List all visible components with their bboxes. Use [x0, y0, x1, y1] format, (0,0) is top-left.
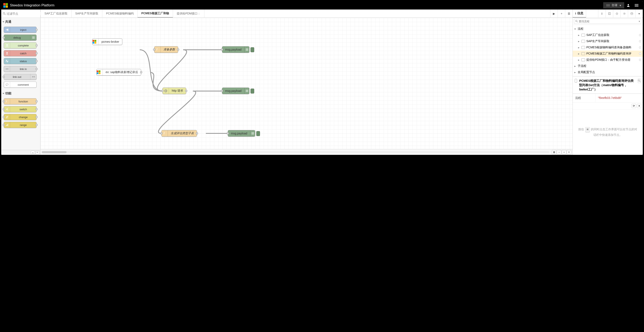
tree-flow-item[interactable]: ▸SAP生产车间获取	[573, 38, 643, 44]
deploy-button[interactable]: 部署 ▾	[603, 2, 624, 8]
node-debug-2[interactable]: msg.payload	[222, 87, 250, 94]
palette-node-label: function	[10, 100, 36, 103]
palette-collapse-button[interactable]: ︽	[31, 151, 35, 154]
tree-flow-item[interactable]: ▸PCMES根据工厂和物料编码查询评	[573, 50, 643, 57]
tab-add-button[interactable]: ＋	[558, 9, 565, 17]
palette-node-link-out[interactable]: link out	[4, 74, 36, 80]
palette-node-range[interactable]: range	[4, 122, 36, 128]
sidebar-tab-context[interactable]	[628, 9, 635, 17]
info-refresh-button[interactable]: ⟳	[632, 104, 636, 108]
output-port[interactable]	[140, 71, 142, 73]
input-port[interactable]	[3, 108, 5, 110]
palette-node-comment[interactable]: comment	[4, 81, 36, 88]
zoom-reset-button[interactable]: ○	[562, 150, 566, 154]
flow-tab[interactable]: SAP工厂信息获取	[40, 9, 72, 17]
output-port[interactable]	[36, 108, 38, 110]
tree-group-flows[interactable]: ▾流程	[573, 26, 643, 32]
palette-expand-button[interactable]: ︾	[35, 151, 40, 154]
flow-tab[interactable]: PCMES根据工厂和物	[138, 9, 173, 17]
input-port[interactable]	[153, 48, 155, 50]
sidebar-tab-docs[interactable]	[606, 9, 613, 17]
tree-flow-item[interactable]: ▸提供给PDM接口：由于配方变动需	[573, 57, 643, 63]
tree-group-subflows[interactable]: ▸子流程	[573, 63, 643, 69]
sidebar-tab-debug[interactable]	[613, 9, 620, 17]
output-port[interactable]	[36, 52, 38, 54]
output-port[interactable]	[36, 29, 38, 31]
input-port[interactable]	[3, 36, 5, 39]
input-port[interactable]	[160, 132, 162, 134]
debug-toggle[interactable]	[256, 131, 260, 136]
palette-node-debug[interactable]: debug	[4, 34, 36, 41]
sidebar-tab-info[interactable]: i信息	[573, 9, 586, 17]
svg-rect-16	[8, 124, 8, 126]
output-port[interactable]	[185, 90, 187, 92]
chevron-down-icon[interactable]: ▾	[639, 20, 640, 23]
node-broker[interactable]: pcmes-broker	[92, 38, 122, 45]
info-close-button[interactable]: ✕	[637, 104, 642, 108]
palette-node-link-in[interactable]: link in	[4, 66, 36, 72]
node-http-request[interactable]: http 请求	[162, 87, 186, 94]
user-icon[interactable]	[624, 1, 632, 9]
palette-node-label: switch	[10, 108, 36, 111]
info-search-button[interactable]	[638, 78, 641, 83]
palette-category[interactable]: 功能	[1, 89, 39, 97]
tree-flow-item[interactable]: ▸SAP工厂信息获取	[573, 32, 643, 38]
flow-canvas[interactable]: pcmes-broker f 准备参数 ev: sap物料表新增记录后	[40, 18, 572, 149]
flow-tab[interactable]: 提供给PDM接口：	[173, 9, 204, 17]
menu-button[interactable]	[632, 1, 641, 9]
input-port[interactable]	[3, 116, 5, 118]
tree-item-label: SAP工厂信息获取	[586, 33, 610, 37]
flow-search-input[interactable]	[579, 20, 638, 23]
debug-toggle[interactable]	[250, 47, 254, 52]
tab-list-button[interactable]	[565, 9, 572, 17]
output-port[interactable]	[196, 132, 198, 134]
workspace: SAP工厂信息获取SAP生产车间获取PCMES根据物料编码PCMES根据工厂和物…	[40, 9, 572, 155]
palette-node-catch[interactable]: catch	[4, 50, 36, 56]
output-port[interactable]	[36, 44, 38, 46]
palette-node-change[interactable]: change	[4, 114, 36, 120]
deploy-icon	[606, 4, 610, 6]
input-port[interactable]	[162, 90, 164, 92]
output-port[interactable]	[36, 100, 38, 102]
zoom-out-button[interactable]: −	[557, 150, 561, 154]
sidebar-tab-help[interactable]: i	[598, 9, 606, 17]
zoom-in-button[interactable]: +	[567, 150, 571, 154]
output-port[interactable]	[36, 60, 38, 62]
sidebar-more-button[interactable]: ▾	[635, 9, 643, 17]
input-port[interactable]	[3, 76, 5, 78]
input-port[interactable]	[3, 100, 5, 102]
palette-node-status[interactable]: status	[4, 58, 36, 64]
node-event-trigger[interactable]: ev: sap物料表新增记录后	[96, 69, 141, 75]
input-port[interactable]	[221, 90, 223, 92]
flow-tab[interactable]: SAP生产车间获取	[72, 9, 102, 17]
tab-scroll-right[interactable]: ▶	[550, 9, 558, 17]
sidebar-tab-config[interactable]	[620, 9, 628, 17]
palette-list[interactable]: 共通injectdebugcompletecatchstatuslink inl…	[1, 18, 40, 150]
input-port[interactable]	[227, 132, 229, 134]
flow-tab[interactable]: PCMES根据物料编码	[102, 9, 138, 17]
output-port[interactable]	[177, 48, 179, 50]
input-port[interactable]	[221, 48, 223, 50]
palette-category[interactable]: 共通	[1, 18, 39, 25]
debug-toggle[interactable]	[250, 89, 254, 93]
output-port[interactable]	[36, 116, 38, 118]
palette-node-switch[interactable]: switch	[4, 106, 36, 112]
output-port[interactable]	[36, 68, 38, 70]
node-debug-1[interactable]: msg.payload	[222, 46, 250, 53]
status-dot-icon	[639, 59, 641, 61]
tree-group-globals[interactable]: ▸全局配置节点	[573, 69, 643, 75]
palette-node-function[interactable]: ffunction	[4, 98, 36, 104]
tree-flow-item[interactable]: ▸PCMES根据物料编码查询备选物料	[573, 44, 643, 50]
node-prepare-params[interactable]: f 准备参数	[154, 46, 178, 53]
canvas-scrollbar[interactable]	[42, 151, 549, 153]
svg-rect-3	[8, 29, 8, 31]
output-port[interactable]	[36, 124, 38, 126]
svg-rect-5	[6, 46, 8, 47]
palette-filter-input[interactable]	[6, 12, 43, 15]
navigator-button[interactable]: ⊞	[552, 150, 556, 154]
node-generate-subtable[interactable]: f 生成评估类型子表	[162, 130, 197, 137]
palette-node-complete[interactable]: complete	[4, 42, 36, 48]
input-port[interactable]	[3, 124, 5, 126]
palette-node-inject[interactable]: inject	[4, 27, 36, 33]
node-debug-3[interactable]: msg.payload	[228, 130, 255, 137]
